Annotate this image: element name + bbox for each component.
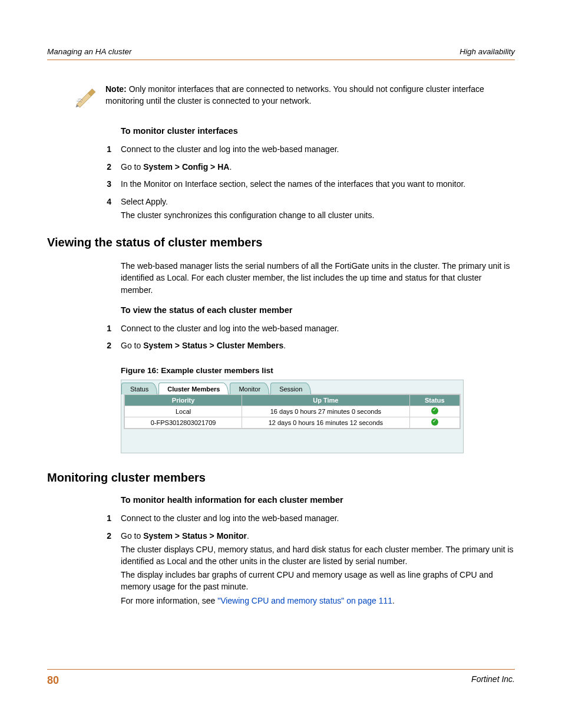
proc-monitor-interfaces: To monitor cluster interfaces 1 Connect … bbox=[121, 126, 515, 222]
step-number: 4 bbox=[98, 196, 121, 222]
status-ok-icon bbox=[431, 419, 438, 426]
step-text: Connect to the cluster and log into the … bbox=[121, 513, 515, 525]
note-block: Note: Only monitor interfaces that are c… bbox=[74, 84, 515, 108]
step-para: For more information, see "Viewing CPU a… bbox=[121, 595, 515, 607]
tab-body: Priority Up Time Status Local 16 days 0 … bbox=[124, 394, 461, 429]
list-item: 2 Go to System > Status > Monitor. The c… bbox=[121, 531, 515, 607]
col-status: Status bbox=[409, 395, 459, 406]
cell-priority: 0-FPS3012803021709 bbox=[125, 417, 242, 429]
footer-company: Fortinet Inc. bbox=[471, 674, 515, 687]
tab-monitor[interactable]: Monitor bbox=[230, 383, 269, 394]
menu-path: System > Status > Monitor bbox=[143, 531, 247, 541]
step-number: 1 bbox=[98, 513, 121, 525]
cross-reference-link[interactable]: "Viewing CPU and memory status" on page … bbox=[217, 596, 392, 605]
list-item: 1 Connect to the cluster and log into th… bbox=[121, 323, 515, 335]
proc-title: To view the status of each cluster membe… bbox=[121, 305, 515, 315]
step-number: 1 bbox=[98, 144, 121, 156]
text-fragment: Go to bbox=[121, 531, 143, 541]
list-item: 1 Connect to the cluster and log into th… bbox=[121, 513, 515, 525]
list-item: 4 Select Apply. The cluster synchronizes… bbox=[121, 196, 515, 222]
cell-status bbox=[409, 417, 459, 429]
step-subtext: The cluster synchronizes this configurat… bbox=[121, 210, 515, 222]
col-uptime: Up Time bbox=[242, 395, 410, 406]
menu-path: System > Config > HA bbox=[143, 162, 229, 172]
step-para: The cluster displays CPU, memory status,… bbox=[121, 544, 515, 567]
step-text: Connect to the cluster and log into the … bbox=[121, 323, 515, 335]
proc-list: 1 Connect to the cluster and log into th… bbox=[121, 513, 515, 607]
proc-title: To monitor health information for each c… bbox=[121, 495, 515, 505]
text-fragment: For more information, see bbox=[121, 596, 217, 605]
step-para: The display includes bar graphs of curre… bbox=[121, 569, 515, 592]
note-body: Only monitor interfaces that are connect… bbox=[105, 84, 484, 106]
table-row: Local 16 days 0 hours 27 minutes 0 secon… bbox=[125, 406, 460, 417]
section-heading-viewing: Viewing the status of cluster members bbox=[47, 236, 515, 249]
intro-paragraph: The web-based manager lists the serial n… bbox=[121, 260, 515, 296]
table-row: 0-FPS3012803021709 12 days 0 hours 16 mi… bbox=[125, 417, 460, 429]
section-body: The web-based manager lists the serial n… bbox=[121, 260, 515, 453]
proc-list: 1 Connect to the cluster and log into th… bbox=[121, 144, 515, 222]
step-number: 2 bbox=[98, 531, 121, 607]
section-body: To monitor health information for each c… bbox=[121, 495, 515, 607]
tab-cluster-members[interactable]: Cluster Members bbox=[158, 383, 229, 394]
list-item: 3 In the Monitor on Interface section, s… bbox=[121, 179, 515, 190]
tab-strip: Status Cluster Members Monitor Session bbox=[121, 380, 463, 394]
cluster-members-table: Priority Up Time Status Local 16 days 0 … bbox=[124, 394, 460, 429]
cell-priority: Local bbox=[125, 406, 242, 417]
table-header-row: Priority Up Time Status bbox=[125, 395, 460, 406]
proc-title: To monitor cluster interfaces bbox=[121, 126, 515, 136]
note-icon bbox=[74, 84, 98, 108]
figure-caption: Figure 16: Example cluster members list bbox=[121, 366, 515, 375]
text-fragment: Select Apply. bbox=[121, 197, 168, 206]
text-fragment: . bbox=[392, 596, 395, 605]
step-text: Go to System > Config > HA. bbox=[121, 162, 515, 173]
text-fragment: . bbox=[247, 531, 249, 541]
note-text: Note: Only monitor interfaces that are c… bbox=[105, 84, 515, 107]
figure-cluster-members: Status Cluster Members Monitor Session P… bbox=[121, 380, 464, 453]
cell-status bbox=[409, 406, 459, 417]
running-head: Managing an HA cluster High availability bbox=[47, 47, 515, 60]
running-head-right: High availability bbox=[459, 47, 515, 56]
step-number: 2 bbox=[98, 162, 121, 173]
status-ok-icon bbox=[431, 407, 438, 414]
page-footer: 80 Fortinet Inc. bbox=[47, 669, 515, 687]
text-fragment: . bbox=[229, 162, 232, 172]
page: Managing an HA cluster High availability… bbox=[0, 0, 562, 728]
text-fragment: Go to bbox=[121, 341, 143, 350]
section-heading-monitoring: Monitoring cluster members bbox=[47, 471, 515, 485]
tab-session[interactable]: Session bbox=[270, 383, 311, 394]
list-item: 1 Connect to the cluster and log into th… bbox=[121, 144, 515, 156]
page-number: 80 bbox=[47, 674, 59, 687]
step-number: 1 bbox=[98, 323, 121, 335]
step-text: In the Monitor on Interface section, sel… bbox=[121, 179, 515, 190]
note-label: Note: bbox=[105, 84, 127, 94]
text-fragment: Go to bbox=[121, 162, 143, 172]
col-priority: Priority bbox=[125, 395, 242, 406]
step-text: Connect to the cluster and log into the … bbox=[121, 144, 515, 156]
cell-uptime: 16 days 0 hours 27 minutes 0 seconds bbox=[242, 406, 410, 417]
step-text: Select Apply. The cluster synchronizes t… bbox=[121, 196, 515, 222]
proc-list: 1 Connect to the cluster and log into th… bbox=[121, 323, 515, 352]
list-item: 2 Go to System > Status > Cluster Member… bbox=[121, 340, 515, 352]
list-item: 2 Go to System > Config > HA. bbox=[121, 162, 515, 173]
step-number: 2 bbox=[98, 340, 121, 352]
text-fragment: . bbox=[283, 341, 286, 350]
tab-status[interactable]: Status bbox=[121, 383, 157, 394]
step-number: 3 bbox=[98, 179, 121, 190]
step-text: Go to System > Status > Cluster Members. bbox=[121, 340, 515, 352]
menu-path: System > Status > Cluster Members bbox=[143, 341, 283, 350]
step-text: Go to System > Status > Monitor. The clu… bbox=[121, 531, 515, 607]
cell-uptime: 12 days 0 hours 16 minutes 12 seconds bbox=[242, 417, 410, 429]
running-head-left: Managing an HA cluster bbox=[47, 47, 132, 56]
